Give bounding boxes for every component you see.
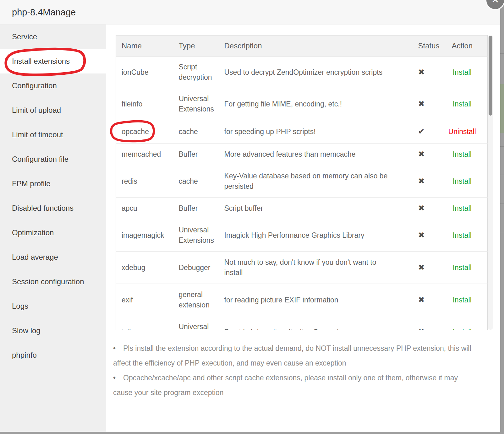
table-row-apcu: apcu Buffer Script buffer ✖ Install: [116, 198, 488, 219]
install-link[interactable]: Install: [453, 263, 472, 272]
not-installed-icon: ✖: [418, 203, 425, 212]
extension-name: intl: [116, 316, 173, 330]
table-header-row: Name Type Description Status Action: [116, 35, 488, 57]
sidebar-item-disabled-functions[interactable]: Disabled functions: [0, 196, 106, 220]
extension-name: apcu: [116, 198, 173, 219]
backdrop-content-block: [500, 84, 504, 133]
table-row-memcached: memcached Buffer More advanced features …: [116, 144, 488, 165]
bullet-icon: •: [113, 341, 123, 356]
extension-name: memcached: [116, 144, 173, 165]
php-manage-dialog: php-8.4Manage Service Install extensions…: [0, 0, 500, 432]
dialog-title: php-8.4Manage: [12, 0, 76, 24]
not-installed-icon: ✖: [418, 263, 425, 272]
page-backdrop: [500, 0, 504, 434]
table-scrollbar-thumb[interactable]: [489, 36, 492, 116]
note-text: Opcache/xcache/apc and other script cach…: [113, 374, 458, 397]
backdrop-divider: [500, 53, 504, 54]
install-link[interactable]: Install: [453, 68, 472, 76]
backdrop-divider: [500, 175, 504, 175]
extension-description: Used to decrypt ZendOptimizer encryption…: [219, 57, 410, 88]
sidebar-item-slow-log[interactable]: Slow log: [0, 318, 106, 343]
column-header-type: Type: [173, 35, 219, 57]
table-scrollbar-track[interactable]: [488, 35, 493, 330]
extension-type: Script decryption: [173, 57, 219, 88]
note-text: Pls install the extension according to t…: [113, 344, 471, 367]
extension-description: Script buffer: [219, 198, 410, 219]
table-row-opcache: opcache cache for speeding up PHP script…: [116, 120, 488, 144]
dialog-titlebar: php-8.4Manage: [0, 0, 500, 24]
sidebar-item-configuration-file[interactable]: Configuration file: [0, 147, 106, 171]
extension-name: exif: [116, 284, 173, 316]
sidebar-item-logs[interactable]: Logs: [0, 294, 106, 318]
extension-description: For getting file MIME, encoding, etc.!: [219, 88, 410, 120]
sidebar-item-limit-of-timeout[interactable]: Limit of timeout: [0, 122, 106, 147]
extension-description: Not much to say, don't know if you don't…: [219, 252, 410, 284]
column-header-action: Action: [446, 35, 488, 57]
table-row-fileinfo: fileinfo Universal Extensions For gettin…: [116, 88, 488, 120]
sidebar-item-configuration[interactable]: Configuration: [0, 73, 106, 98]
installed-check-icon: ✔: [418, 127, 425, 136]
sidebar-item-limit-of-upload[interactable]: Limit of upload: [0, 98, 106, 122]
extension-name: fileinfo: [116, 88, 173, 120]
not-installed-icon: ✖: [418, 99, 425, 108]
extension-type: Universal Extensions: [173, 219, 219, 252]
extension-name: xdebug: [116, 252, 173, 284]
extension-description: for reading picture EXIF information: [219, 284, 410, 316]
not-installed-icon: ✖: [418, 176, 425, 185]
sidebar-item-optimization[interactable]: Optimization: [0, 220, 106, 245]
column-header-description: Description: [219, 35, 410, 57]
install-link[interactable]: Install: [453, 150, 472, 158]
extensions-table-scroll-area[interactable]: Name Type Description Status Action ionC…: [116, 35, 488, 330]
install-link[interactable]: Install: [453, 204, 472, 212]
not-installed-icon: ✖: [418, 149, 425, 158]
sidebar-menu: Service Install extensions Configuration…: [0, 24, 106, 432]
not-installed-icon: ✖: [418, 295, 425, 304]
sidebar-item-fpm-profile[interactable]: FPM profile: [0, 171, 106, 196]
notes-section: •Pls install the extension according to …: [113, 341, 478, 400]
extensions-table: Name Type Description Status Action ionC…: [116, 35, 488, 330]
column-header-name: Name: [116, 35, 173, 57]
sidebar-item-service[interactable]: Service: [0, 24, 106, 49]
not-installed-icon: ✖: [418, 231, 425, 239]
sidebar-item-install-extensions[interactable]: Install extensions: [0, 49, 106, 73]
install-link[interactable]: Install: [453, 328, 472, 330]
table-row-ioncube: ionCube Script decryption Used to decryp…: [116, 57, 488, 88]
extension-name: imagemagick: [116, 219, 173, 252]
sidebar-item-session-configuration[interactable]: Session configuration: [0, 269, 106, 294]
table-row-redis: redis cache Key-Value database based on …: [116, 165, 488, 198]
install-link[interactable]: Install: [453, 296, 472, 304]
sidebar-item-phpinfo[interactable]: phpinfo: [0, 343, 106, 367]
extension-name: redis: [116, 165, 173, 198]
bullet-icon: •: [113, 371, 123, 385]
install-link[interactable]: Install: [453, 231, 472, 239]
sidebar-item-load-average[interactable]: Load average: [0, 245, 106, 269]
extension-type: Universal Extensions: [173, 316, 219, 330]
backdrop-divider: [500, 146, 504, 147]
extension-description: for speeding up PHP scripts!: [219, 120, 410, 144]
extension-name: opcache: [116, 120, 173, 144]
column-header-status: Status: [410, 35, 446, 57]
extension-name: ionCube: [116, 57, 173, 88]
table-row-intl: intl Universal Extensions Provide Intern…: [116, 316, 488, 330]
backdrop-divider: [500, 203, 504, 204]
install-link[interactable]: Install: [453, 100, 472, 108]
backdrop-divider: [500, 233, 504, 233]
extension-type: general extension: [173, 284, 219, 316]
extension-type: Debugger: [173, 252, 219, 284]
not-installed-icon: ✖: [418, 327, 425, 330]
table-row-xdebug: xdebug Debugger Not much to say, don't k…: [116, 252, 488, 284]
extension-type: cache: [173, 165, 219, 198]
extension-description: More advanced features than memcache: [219, 144, 410, 165]
install-link[interactable]: Install: [453, 177, 472, 185]
note-item: •Opcache/xcache/apc and other script cac…: [113, 371, 478, 400]
uninstall-link[interactable]: Uninstall: [448, 127, 476, 136]
extension-description: Imagick High Performance Graphics Librar…: [219, 219, 410, 252]
extension-description: Provide Internationalization Support: [219, 316, 410, 330]
table-row-exif: exif general extension for reading pictu…: [116, 284, 488, 316]
extension-type: cache: [173, 120, 219, 144]
extension-description: Key-Value database based on memory can a…: [219, 165, 410, 198]
extension-type: Buffer: [173, 144, 219, 165]
not-installed-icon: ✖: [418, 68, 425, 76]
extension-type: Buffer: [173, 198, 219, 219]
table-row-imagemagick: imagemagick Universal Extensions Imagick…: [116, 219, 488, 252]
